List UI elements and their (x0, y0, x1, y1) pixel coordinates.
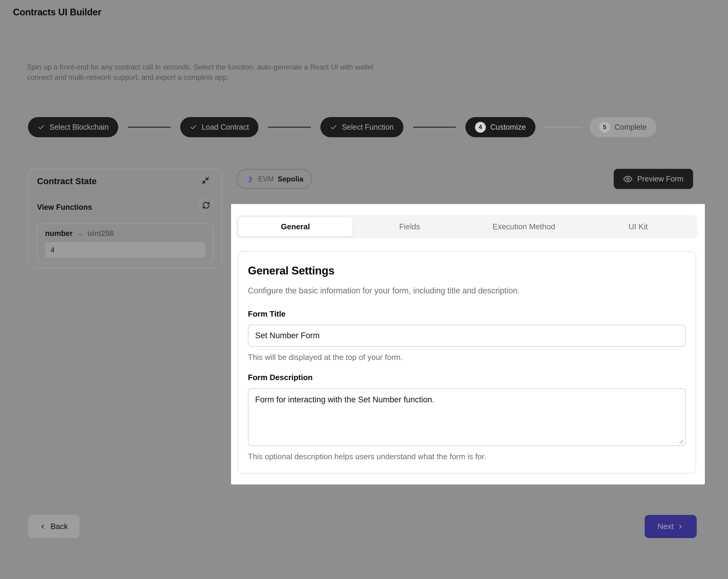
tab-bar: General Fields Execution Method UI Kit (236, 215, 697, 238)
step-connector (413, 127, 456, 128)
step-label: Complete (615, 123, 647, 131)
refresh-button[interactable] (199, 198, 213, 212)
function-return-type: uint256 (87, 229, 114, 238)
tab-general[interactable]: General (238, 217, 353, 236)
preview-form-button[interactable]: Preview Form (614, 169, 693, 189)
step-select-blockchain[interactable]: Select Blockchain (28, 117, 118, 137)
network-badge[interactable]: EVM Sepolia (236, 169, 312, 189)
step-connector (543, 127, 582, 128)
function-name: number (45, 229, 73, 238)
form-description-textarea[interactable]: Form for interacting with the Set Number… (248, 388, 686, 446)
refresh-icon (202, 201, 210, 209)
step-number-badge: 5 (599, 122, 610, 133)
step-customize[interactable]: 4 Customize (465, 117, 536, 137)
check-icon (190, 124, 197, 131)
general-settings-card: General Settings Configure the basic inf… (238, 251, 696, 474)
check-icon (37, 124, 45, 131)
tab-fields[interactable]: Fields (353, 217, 467, 236)
page-title: Contracts UI Builder (13, 7, 101, 18)
step-complete[interactable]: 5 Complete (590, 117, 656, 137)
customize-panel: General Fields Execution Method UI Kit G… (231, 204, 705, 484)
network-ecosystem: EVM (258, 175, 274, 183)
back-label: Back (51, 522, 68, 531)
step-select-function[interactable]: Select Function (320, 117, 403, 137)
chevron-left-icon (40, 523, 46, 530)
step-connector (268, 127, 311, 128)
step-label: Select Function (342, 123, 393, 131)
general-settings-title: General Settings (248, 265, 686, 277)
step-label: Select Blockchain (49, 123, 109, 131)
function-card-number[interactable]: number → uint256 4 (37, 223, 214, 263)
content-top-divider (234, 198, 705, 198)
intro-text: Spin up a front-end for any contract cal… (27, 62, 378, 82)
contract-state-title: Contract State (37, 176, 97, 186)
contract-state-panel: Contract State View Functions number → u… (28, 169, 222, 269)
network-name: Sepolia (278, 175, 303, 183)
chevron-right-icon (677, 523, 684, 530)
form-description-help: This optional description helps users un… (248, 452, 686, 461)
form-title-label: Form Title (248, 309, 686, 319)
step-connector (128, 127, 171, 128)
back-button[interactable]: Back (28, 515, 79, 538)
check-icon (330, 124, 337, 131)
form-description-wrap: Form for interacting with the Set Number… (248, 388, 686, 447)
step-load-contract[interactable]: Load Contract (180, 117, 258, 137)
next-label: Next (658, 522, 674, 531)
app-header: Contracts UI Builder (0, 0, 728, 31)
stepper: Select Blockchain Load Contract Select F… (28, 117, 656, 137)
minimize-icon (201, 176, 210, 185)
eye-icon (623, 175, 632, 183)
view-functions-label: View Functions (37, 203, 92, 211)
step-number-badge: 4 (475, 122, 486, 133)
step-label: Customize (490, 123, 526, 131)
form-title-input[interactable] (248, 325, 686, 347)
form-title-help: This will be displayed at the top of you… (248, 353, 686, 362)
function-result-value: 4 (45, 242, 205, 258)
tab-ui-kit[interactable]: UI Kit (581, 217, 695, 236)
ethereum-icon (245, 175, 254, 183)
collapse-panel-button[interactable] (201, 176, 210, 185)
step-label: Load Contract (202, 123, 249, 131)
preview-form-label: Preview Form (637, 175, 683, 183)
arrow-right-icon: → (76, 229, 84, 238)
tab-execution-method[interactable]: Execution Method (467, 217, 581, 236)
general-settings-description: Configure the basic information for your… (248, 286, 686, 296)
app-screen: Contracts UI Builder Spin up a front-end… (0, 0, 728, 579)
form-description-label: Form Description (248, 373, 686, 382)
next-button[interactable]: Next (645, 515, 697, 538)
function-signature: number → uint256 (45, 229, 205, 238)
